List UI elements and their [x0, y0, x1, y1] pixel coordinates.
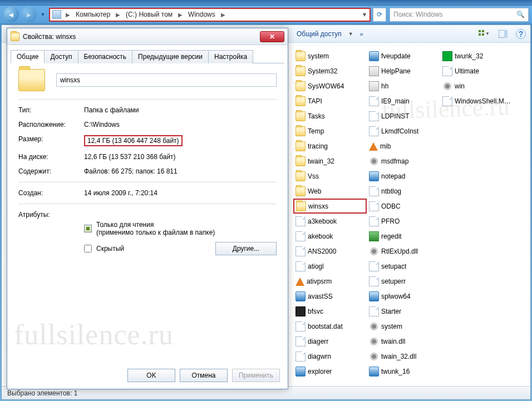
search-box[interactable]: Поиск: Windows 🔍 — [390, 8, 529, 22]
type-value: Папка с файлами — [84, 106, 139, 114]
file-icon — [442, 96, 452, 106]
file-item[interactable]: LkmdfCoInst — [367, 123, 440, 138]
file-item[interactable]: ativpsrm — [293, 274, 367, 289]
breadcrumb-windows[interactable]: Windows — [185, 9, 219, 21]
file-item[interactable]: twunk_32 — [440, 48, 514, 63]
chevron-right-icon[interactable]: ▶ — [63, 12, 72, 18]
file-item[interactable]: explorer — [293, 364, 367, 379]
preview-pane-button[interactable] — [497, 28, 509, 40]
file-item[interactable]: system — [293, 48, 367, 63]
ok-button[interactable]: OK — [127, 369, 175, 382]
file-item[interactable]: notepad — [367, 169, 440, 184]
cancel-button[interactable]: Отмена — [180, 369, 228, 382]
properties-dialog: Свойства: winsxs ✕ Общие Доступ Безопасн… — [7, 28, 288, 389]
svg-rect-4 — [482, 33, 484, 36]
file-item[interactable]: SysWOW64 — [293, 78, 367, 93]
file-name: setupact — [381, 263, 406, 270]
file-list[interactable]: systemSystem32SysWOW64TAPITasksTemptraci… — [291, 45, 528, 384]
tab-access[interactable]: Доступ — [44, 50, 78, 63]
chevron-right-icon[interactable]: ▶ — [176, 12, 185, 18]
tab-customize[interactable]: Настройка — [208, 50, 253, 63]
file-item[interactable]: Tasks — [293, 108, 367, 123]
size-label: Размер: — [18, 135, 84, 146]
file-item[interactable]: win — [440, 78, 514, 93]
file-item[interactable]: Web — [293, 184, 367, 199]
file-icon — [295, 306, 306, 316]
breadcrumb-drive[interactable]: (C:) Новый том — [122, 9, 176, 21]
file-item[interactable]: WindowsShell.Man — [440, 93, 514, 108]
share-dropdown-icon[interactable]: ▼ — [348, 31, 353, 37]
file-item[interactable]: twunk_16 — [367, 364, 440, 379]
file-item[interactable]: PFRO — [367, 214, 440, 229]
file-item[interactable]: fveupdate — [367, 48, 440, 63]
forward-button[interactable]: ► — [21, 7, 37, 22]
file-item[interactable]: bfsvc — [293, 304, 367, 319]
apply-button[interactable]: Применить — [232, 369, 280, 382]
file-item[interactable]: winsxs — [293, 199, 367, 214]
file-item[interactable]: Starter — [367, 304, 440, 319]
file-item[interactable]: tracing — [293, 138, 367, 154]
folder-icon — [295, 96, 306, 106]
file-item[interactable]: mib — [367, 138, 440, 154]
properties-buttons: OK Отмена Применить — [127, 369, 280, 382]
attributes-label: Атрибуты: — [18, 211, 84, 219]
file-name: RtlExUpd.dll — [381, 247, 418, 255]
file-item[interactable]: regedit — [367, 229, 440, 244]
file-item[interactable]: Ultimate — [440, 63, 514, 78]
file-item[interactable]: HelpPane — [367, 63, 440, 78]
tab-security[interactable]: Безопасность — [78, 50, 133, 63]
file-item[interactable]: diagerr — [293, 334, 367, 349]
properties-titlebar[interactable]: Свойства: winsxs ✕ — [7, 28, 288, 45]
help-button[interactable]: ? — [516, 29, 526, 39]
file-item[interactable]: twain.dll — [367, 334, 440, 349]
file-item[interactable]: Vss — [293, 169, 367, 184]
back-button[interactable]: ◄ — [3, 7, 19, 22]
file-item[interactable]: diagwrn — [293, 349, 367, 364]
type-label: Тип: — [18, 106, 84, 114]
file-item[interactable]: atiogl — [293, 259, 367, 274]
file-item[interactable]: System32 — [293, 63, 367, 78]
file-item[interactable]: splwow64 — [367, 289, 440, 304]
more-commands[interactable]: » — [360, 31, 363, 37]
hidden-checkbox[interactable] — [84, 245, 92, 253]
close-button[interactable]: ✕ — [260, 31, 284, 42]
file-item[interactable]: setuperr — [367, 274, 440, 289]
file-item[interactable]: msdfmap — [367, 154, 440, 169]
file-item[interactable]: bootstat.dat — [293, 319, 367, 334]
file-item[interactable]: twain_32.dll — [367, 349, 440, 364]
file-item[interactable]: a3kebook — [293, 214, 367, 229]
breadcrumb-computer[interactable]: Компьютер — [72, 9, 114, 21]
file-icon — [295, 336, 306, 346]
file-item[interactable]: ANS2000 — [293, 244, 367, 259]
refresh-button[interactable]: ⟳ — [373, 8, 386, 22]
file-item[interactable]: IE9_main — [367, 93, 440, 108]
history-dropdown[interactable]: ▼ — [39, 7, 47, 22]
folder-icon — [296, 201, 306, 211]
share-button[interactable]: Общий доступ — [297, 30, 342, 38]
address-dropdown-icon[interactable]: ▾ — [359, 11, 370, 18]
file-item[interactable]: LDPINST — [367, 108, 440, 123]
file-item[interactable]: avastSS — [293, 289, 367, 304]
file-item[interactable]: setupact — [367, 259, 440, 274]
file-item[interactable]: TAPI — [293, 93, 367, 108]
file-item[interactable]: ODBC — [367, 199, 440, 214]
file-item[interactable]: ntbtlog — [367, 184, 440, 199]
chevron-right-icon[interactable]: ▶ — [114, 12, 122, 18]
folder-name-input[interactable] — [56, 73, 277, 87]
tab-general[interactable]: Общие — [11, 50, 45, 63]
file-icon — [369, 336, 379, 346]
file-item[interactable]: twain_32 — [293, 154, 367, 169]
address-bar[interactable]: ▶ Компьютер ▶ (C:) Новый том ▶ Windows ▶… — [49, 8, 371, 22]
file-icon — [295, 291, 306, 301]
file-item[interactable]: akebook — [293, 229, 367, 244]
file-item[interactable]: RtlExUpd.dll — [367, 244, 440, 259]
readonly-checkbox[interactable] — [84, 225, 92, 232]
file-item[interactable]: Temp — [293, 123, 367, 138]
file-item[interactable]: system — [367, 319, 440, 334]
tab-previous-versions[interactable]: Предыдущие версии — [132, 50, 209, 63]
change-view-button[interactable]: ▼ — [478, 28, 490, 40]
file-item[interactable]: hh — [367, 78, 440, 93]
other-attributes-button[interactable]: Другие... — [215, 242, 277, 255]
file-name: hh — [381, 82, 388, 90]
chevron-right-icon[interactable]: ▶ — [219, 12, 228, 18]
